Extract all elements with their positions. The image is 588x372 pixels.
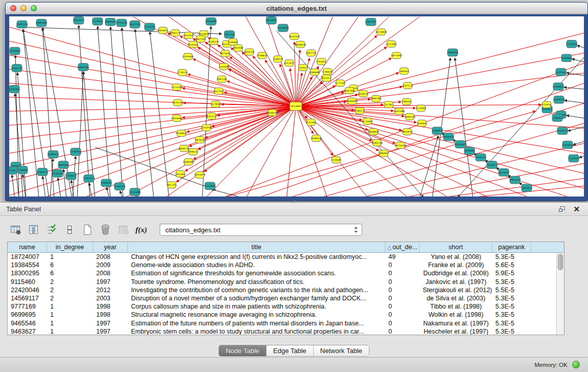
graph-node[interactable]: 10025488 — [394, 108, 405, 115]
import-table-icon[interactable] — [117, 223, 130, 236]
graph-node[interactable]: 16648784 — [447, 49, 458, 56]
citation-edge[interactable] — [577, 46, 584, 48]
table-row[interactable]: 1872400712008Changes of HCN gene express… — [8, 253, 556, 261]
column-header-out-de-[interactable]: △out_de... — [385, 242, 420, 252]
graph-node[interactable]: 1440954 — [432, 127, 443, 135]
graph-node[interactable]: 8960123 — [170, 30, 181, 36]
row-chooser-icon[interactable] — [63, 223, 76, 236]
graph-node[interactable]: 10719185 — [116, 19, 127, 27]
citation-edge[interactable] — [227, 81, 296, 106]
graph-node[interactable]: 12353594 — [201, 124, 212, 131]
graph-node[interactable]: 1590166 — [9, 85, 19, 93]
graph-node[interactable]: 10688609 — [368, 128, 379, 135]
citation-edge[interactable] — [15, 94, 23, 196]
graph-node[interactable]: 8186328 — [209, 38, 219, 45]
graph-node[interactable]: 6497568 — [344, 87, 355, 94]
graph-node[interactable]: 1362615 — [298, 64, 308, 71]
graph-node[interactable]: 2867608 — [233, 45, 244, 51]
graph-node[interactable]: 6794028 — [322, 68, 333, 75]
graph-node[interactable]: 18724007 — [290, 102, 302, 111]
citation-edge[interactable] — [122, 28, 139, 196]
graph-node[interactable]: 12213389 — [171, 84, 182, 91]
graph-node[interactable]: 16543382 — [187, 41, 199, 48]
graph-node[interactable]: 887831 — [195, 137, 204, 143]
float-panel-icon[interactable] — [558, 206, 566, 212]
graph-node[interactable]: 1156869 — [17, 166, 28, 174]
graph-node[interactable]: 1350513 — [66, 172, 76, 180]
graph-node[interactable]: 9675685 — [221, 50, 231, 57]
graph-node[interactable]: 18300295 — [267, 110, 278, 116]
graph-node[interactable]: 2651806 — [10, 47, 20, 55]
select-rows-icon[interactable] — [45, 223, 58, 236]
graph-node[interactable]: 1588520 — [273, 56, 283, 62]
graph-node[interactable]: 19756928 — [395, 142, 406, 149]
graph-node[interactable]: 104053 — [552, 114, 562, 122]
graph-node[interactable]: 9474444 — [464, 147, 474, 155]
graph-node[interactable]: 1145194 — [53, 170, 63, 178]
graph-node[interactable]: 19495794 — [404, 114, 416, 120]
delete-table-icon[interactable] — [99, 223, 112, 236]
graph-node[interactable]: 2033170 — [12, 64, 22, 72]
graph-node[interactable]: 15807249 — [372, 140, 383, 146]
graph-node[interactable]: 817004 — [211, 101, 220, 107]
graph-node[interactable]: 19166829 — [176, 130, 187, 137]
citation-edge[interactable] — [77, 72, 83, 196]
citation-edge[interactable] — [455, 58, 473, 196]
graph-node[interactable]: 17957223 — [83, 174, 95, 182]
graph-node[interactable]: 62160 — [384, 101, 393, 108]
citation-edge[interactable] — [136, 196, 138, 196]
graph-node[interactable]: 9245652 — [521, 184, 532, 192]
table-row[interactable]: 946554611997Estimation of the future num… — [8, 319, 556, 327]
graph-node[interactable]: 1990448 — [310, 69, 320, 75]
citation-edge[interactable] — [106, 187, 109, 196]
graph-node[interactable]: 16154838 — [376, 29, 387, 35]
graph-node[interactable]: 6379197 — [455, 141, 465, 148]
citation-edge[interactable] — [573, 141, 584, 145]
citation-graph[interactable]: 2405572420691406106532571527602846616010… — [9, 16, 584, 196]
graph-node[interactable]: 15720407 — [362, 118, 373, 125]
graph-node[interactable]: 8471676 — [498, 169, 509, 177]
graph-node[interactable]: 2935114 — [475, 154, 486, 161]
graph-node[interactable]: 9498222 — [188, 148, 199, 155]
tab-node-table[interactable]: Node Table — [219, 345, 267, 356]
graph-node[interactable]: 8466160 — [105, 18, 116, 26]
graph-node[interactable]: 9827503 — [196, 36, 206, 42]
panel-resize-handle[interactable] — [290, 200, 296, 204]
graph-node[interactable]: 12923488 — [129, 188, 141, 196]
citation-edge[interactable] — [79, 26, 90, 196]
graph-node[interactable]: 16033809 — [205, 17, 216, 25]
tab-edge-table[interactable]: Edge Table — [267, 345, 314, 356]
graph-node[interactable]: 19384554 — [311, 135, 322, 142]
graph-node[interactable]: 7625402 — [176, 171, 186, 178]
table-row[interactable]: 946362711997Embryonic stem cells: a mode… — [8, 327, 556, 335]
graph-node[interactable]: 8813054 — [266, 16, 276, 24]
graph-node[interactable]: 10958187 — [101, 179, 112, 187]
scrollbar-thumb[interactable] — [558, 254, 563, 270]
graph-node[interactable]: 17359928 — [70, 148, 81, 156]
table-row[interactable]: 911546021997Tourette syndrome. Phenomeno… — [8, 278, 556, 286]
graph-node[interactable]: 18107554 — [172, 99, 183, 106]
graph-node[interactable]: 19654985 — [171, 115, 182, 122]
graph-node[interactable]: 12213987 — [386, 41, 397, 48]
graph-node[interactable]: 1167533 — [569, 155, 579, 162]
graph-node[interactable]: 17016504 — [562, 141, 573, 149]
table-row[interactable]: 2242004622012Investigating the contribut… — [8, 286, 556, 294]
window-titlebar[interactable]: citations_edges.txt — [6, 3, 587, 14]
function-builder-icon[interactable]: f(x) — [135, 223, 148, 236]
graph-node[interactable]: 8958923 — [443, 133, 453, 141]
graph-node[interactable]: 9242848 — [219, 63, 229, 70]
close-panel-icon[interactable]: ✕ — [573, 205, 580, 213]
graph-node[interactable]: 7515526 — [145, 23, 155, 31]
graph-node[interactable]: 9857791 — [167, 182, 177, 188]
graph-node[interactable]: 8427552 — [214, 88, 224, 95]
graph-node[interactable]: 15718485 — [204, 182, 215, 190]
vertical-scrollbar[interactable] — [556, 253, 564, 335]
graph-node[interactable]: 8912955 — [184, 32, 194, 39]
graph-node[interactable]: 18325419 — [289, 33, 300, 40]
table-row[interactable]: 1830029562008Estimation of significance … — [8, 269, 556, 277]
table-row[interactable]: 977716911998Corpus callosum shape and si… — [8, 302, 556, 311]
graph-node[interactable]: 6961758 — [306, 50, 316, 56]
new-table-icon[interactable] — [81, 223, 94, 236]
graph-node[interactable]: 1546406 — [228, 39, 238, 46]
graph-node[interactable]: 7663822 — [158, 27, 168, 34]
